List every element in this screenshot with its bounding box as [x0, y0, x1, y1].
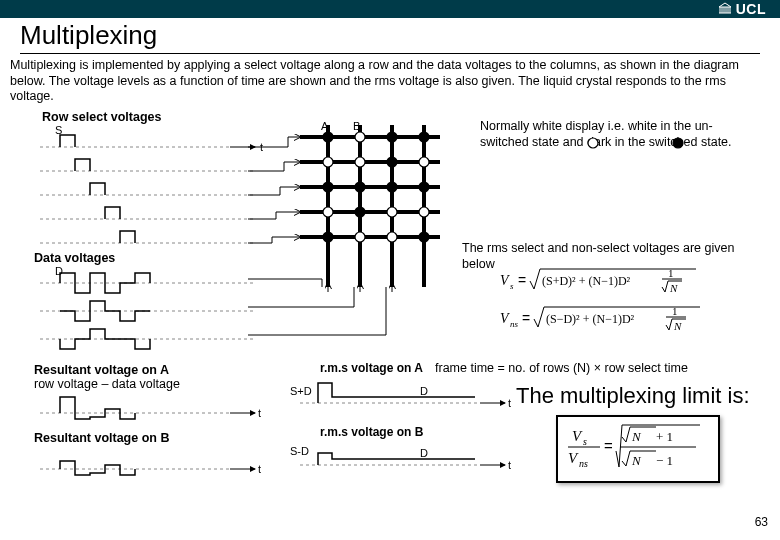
svg-text:(S−D)² + (N−1)D²: (S−D)² + (N−1)D²: [546, 312, 635, 326]
svg-point-23: [355, 132, 365, 142]
svg-text:D: D: [420, 385, 428, 397]
svg-text:=: =: [518, 272, 526, 288]
svg-point-22: [323, 132, 333, 142]
black-state-icon: [670, 135, 686, 151]
white-state-icon: [585, 135, 601, 151]
rms-b-diagram: S-D D: [290, 439, 520, 479]
svg-text:+ 1: + 1: [656, 429, 673, 444]
svg-point-35: [355, 207, 365, 217]
row-select-label: Row select voltages: [42, 110, 162, 124]
svg-text:V: V: [500, 311, 510, 326]
svg-point-37: [419, 207, 429, 217]
svg-text:N: N: [631, 429, 642, 444]
resultant-a-sub: row voltage – data voltage: [34, 377, 180, 393]
svg-text:(S+D)² + (N−1)D²: (S+D)² + (N−1)D²: [542, 274, 631, 288]
logo-text: UCL: [736, 1, 766, 17]
svg-point-27: [355, 157, 365, 167]
svg-point-34: [323, 207, 333, 217]
svg-point-29: [419, 157, 429, 167]
page-title: Multiplexing: [20, 20, 760, 54]
svg-text:1: 1: [672, 305, 678, 317]
svg-point-36: [387, 207, 397, 217]
ratio-equation: V s V ns = N + 1 N − 1: [556, 415, 720, 483]
svg-text:D: D: [420, 447, 428, 459]
data-voltage-waveforms: [30, 265, 270, 353]
row-select-waveforms: [30, 125, 270, 255]
rms-a-diagram: S+D D: [290, 377, 520, 417]
svg-text:V: V: [572, 428, 583, 444]
svg-point-31: [355, 182, 365, 192]
svg-text:ns: ns: [579, 458, 588, 469]
svg-text:N: N: [673, 320, 682, 332]
svg-point-40: [387, 232, 397, 242]
svg-point-32: [387, 182, 397, 192]
svg-text:s: s: [583, 436, 587, 447]
frame-time-note: frame time = no. of rows (N) × row selec…: [435, 361, 715, 377]
multiplexing-limit-text: The multiplexing limit is:: [516, 383, 750, 409]
resultant-b-label: Resultant voltage on B: [34, 431, 169, 445]
svg-point-30: [323, 182, 333, 192]
svg-point-41: [419, 232, 429, 242]
resultant-b-waveform: [30, 449, 270, 485]
data-voltages-label: Data voltages: [34, 251, 115, 265]
svg-point-26: [323, 157, 333, 167]
svg-point-38: [323, 232, 333, 242]
svg-point-33: [419, 182, 429, 192]
portico-icon: [718, 1, 732, 17]
svg-point-39: [355, 232, 365, 242]
page-number: 63: [755, 515, 768, 529]
svg-text:N: N: [669, 282, 678, 294]
t-label-5: t: [508, 459, 511, 471]
resultant-a-waveform: [30, 393, 270, 429]
svg-text:=: =: [604, 437, 613, 454]
svg-text:ns: ns: [510, 319, 519, 329]
t-label-2: t: [258, 407, 261, 419]
svg-point-25: [419, 132, 429, 142]
col-b-label: B: [353, 120, 360, 132]
svg-point-45: [588, 138, 598, 148]
t-label-3: t: [258, 463, 261, 475]
svg-point-28: [387, 157, 397, 167]
col-a-label: A: [321, 120, 328, 132]
ucl-logo: UCL: [718, 1, 766, 17]
svg-text:S+D: S+D: [290, 385, 312, 397]
svg-text:S-D: S-D: [290, 445, 309, 457]
normally-white-note: Normally white display i.e. white in the…: [480, 119, 760, 150]
rms-b-label: r.m.s voltage on B: [320, 425, 423, 439]
t-label-4: t: [508, 397, 511, 409]
svg-text:s: s: [510, 281, 514, 291]
vns-equation: V ns = (S−D)² + (N−1)D² 1 N: [498, 299, 702, 343]
svg-point-24: [387, 132, 397, 142]
svg-text:=: =: [522, 310, 530, 326]
rms-a-label: r.m.s voltage on A: [320, 361, 423, 375]
intro-text: Multiplexing is implemented by applying …: [10, 58, 770, 105]
svg-text:V: V: [500, 273, 510, 288]
resultant-a-label: Resultant voltage on A: [34, 363, 169, 377]
data-connectors: [248, 265, 448, 345]
svg-text:1: 1: [668, 267, 674, 279]
normally-white-text: Normally white display i.e. white in the…: [480, 119, 732, 149]
svg-text:N: N: [631, 453, 642, 468]
svg-text:− 1: − 1: [656, 453, 673, 468]
svg-text:V: V: [568, 450, 579, 466]
svg-point-46: [673, 138, 683, 148]
